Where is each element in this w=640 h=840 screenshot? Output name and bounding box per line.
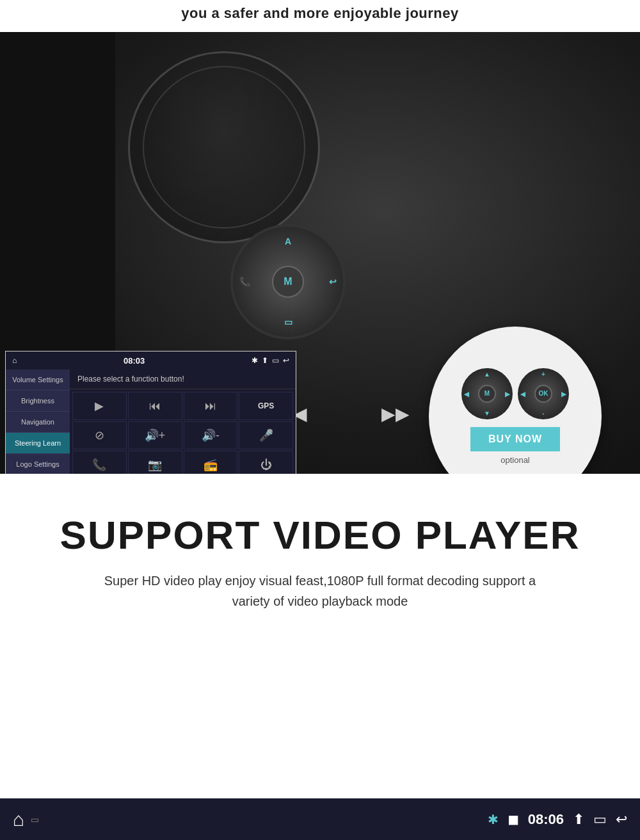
speedometer [128, 51, 320, 243]
btn-prev[interactable]: ⏮ [128, 392, 182, 420]
rc2-top: + [541, 371, 545, 378]
control-right-label: ↩ [329, 277, 337, 287]
bottom-right-controls: ✱ ◼ 08:06 ⬆ ▭ ↩ [488, 811, 627, 828]
remote-right: + - ◀ ▶ OK [518, 368, 569, 419]
btn-power[interactable]: ⏻ [239, 451, 293, 474]
bottom-home-icon[interactable]: ⌂ [13, 809, 24, 830]
rc-right: ▶ [505, 390, 510, 397]
bottom-mini-window-icon[interactable]: ▭ [31, 814, 39, 825]
rc-bot: ▼ [484, 410, 490, 417]
btn-gps[interactable]: GPS [239, 392, 293, 420]
bottom-left-controls: ⌂ ▭ [13, 809, 39, 830]
statusbar-left: ⌂ [12, 356, 17, 365]
support-title: SUPPORT VIDEO PLAYER [26, 512, 614, 558]
support-section: SUPPORT VIDEO PLAYER Super HD video play… [0, 474, 640, 637]
optional-label: optional [500, 455, 530, 465]
android-body: Volume Settings Brightness Navigation St… [6, 369, 296, 474]
control-m-button[interactable]: M [272, 266, 304, 298]
bottom-time: 08:06 [528, 811, 564, 828]
steering-wheel-control: A 📞 M ↩ ▭ [230, 224, 346, 339]
rc2-left: ◀ [520, 390, 525, 397]
tagline: you a safer and more enjoyable journey [0, 0, 640, 32]
sidebar-item-volume[interactable]: Volume Settings [6, 369, 70, 391]
btn-next[interactable]: ⏭ [184, 392, 238, 420]
rc-left: ◀ [464, 390, 469, 397]
android-sidebar: Volume Settings Brightness Navigation St… [6, 369, 70, 474]
btn-play[interactable]: ▶ [72, 392, 127, 420]
signal-status-icon: ⬆ [262, 356, 268, 365]
statusbar-time: 08:03 [124, 356, 145, 366]
android-statusbar: ⌂ 08:03 ✱ ⬆ ▭ ↩ [6, 351, 296, 369]
btn-mute[interactable]: ⊘ [72, 421, 127, 449]
remote-cross-right: + - ◀ ▶ [518, 368, 569, 419]
android-buttons-grid: ▶ ⏮ ⏭ GPS ⊘ 🔊+ 🔊- 🎤 📞 📷 📻 ⏻ [70, 389, 296, 474]
sidebar-item-logo[interactable]: Logo Settings [6, 454, 70, 474]
bt-status-icon: ✱ [252, 356, 258, 365]
btn-vol-up[interactable]: 🔊+ [128, 421, 182, 449]
rc2-right: ▶ [561, 390, 566, 397]
remotes-display: ▲ ▼ ◀ ▶ M + - ◀ ▶ OK [461, 368, 569, 419]
bottom-signal-icon: ◼ [508, 811, 519, 828]
btn-camera[interactable]: 📷 [128, 451, 182, 474]
btn-radio[interactable]: 📻 [184, 451, 238, 474]
hero-section: A 📞 M ↩ ▭ ⌂ 08:03 ✱ ⬆ ▭ ↩ [0, 32, 640, 474]
btn-vol-down[interactable]: 🔊- [184, 421, 238, 449]
bottom-status-bar: ⌂ ▭ ✱ ◼ 08:06 ⬆ ▭ ↩ [0, 798, 640, 840]
skip-next-icon[interactable]: ▶▶ [381, 403, 410, 424]
android-function-header: Please select a function button! [70, 369, 296, 389]
android-main: Please select a function button! ▶ ⏮ ⏭ G… [70, 369, 296, 474]
bottom-antenna-icon[interactable]: ⬆ [573, 811, 584, 828]
control-down-label: ▭ [284, 317, 292, 327]
sidebar-item-navigation[interactable]: Navigation [6, 412, 70, 433]
support-description: Super HD video play enjoy visual feast,1… [96, 570, 544, 611]
statusbar-right: ✱ ⬆ ▭ ↩ [252, 356, 289, 365]
btn-mic[interactable]: 🎤 [239, 421, 293, 449]
control-up-label: A [285, 236, 291, 246]
bottom-bluetooth-icon: ✱ [488, 812, 499, 827]
android-overlay: ⌂ 08:03 ✱ ⬆ ▭ ↩ Volume Settings Brightne… [5, 351, 296, 474]
btn-phone[interactable]: 📞 [72, 451, 127, 474]
rc-top: ▲ [484, 371, 490, 378]
home-status-icon: ⌂ [12, 356, 17, 365]
remote-cross-left: ▲ ▼ ◀ ▶ [461, 368, 513, 419]
buy-now-button[interactable]: BUY NOW [470, 427, 560, 451]
rc2-bot: - [542, 410, 544, 417]
sidebar-item-brightness[interactable]: Brightness [6, 391, 70, 412]
window-status-icon: ▭ [272, 356, 279, 365]
remote-left: ▲ ▼ ◀ ▶ M [461, 368, 513, 419]
bottom-window-icon[interactable]: ▭ [593, 811, 607, 828]
back-status-icon: ↩ [283, 356, 289, 365]
control-left-label: 📞 [239, 277, 250, 287]
sidebar-item-steering-learn[interactable]: Steering Learn [6, 433, 70, 454]
bottom-back-icon[interactable]: ↩ [616, 811, 627, 828]
